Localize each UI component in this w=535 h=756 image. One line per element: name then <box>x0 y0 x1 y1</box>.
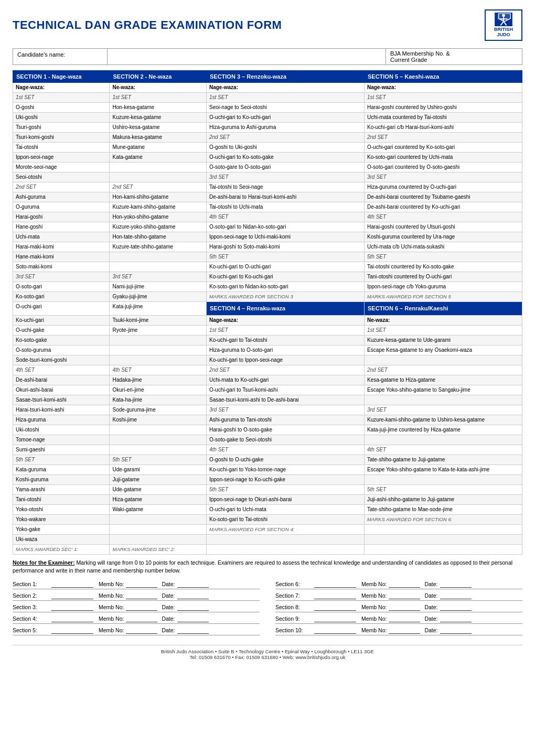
section-name-field[interactable] <box>51 615 93 622</box>
section-name-field[interactable] <box>51 581 93 588</box>
section-field-row: Section 2: Memb No: Date: <box>13 592 260 601</box>
section-date-field[interactable] <box>177 581 209 588</box>
section-date-field[interactable] <box>440 615 472 622</box>
table-cell: De-ashi-barai <box>13 375 110 385</box>
table-cell: Kuzure-kesa-gatame <box>110 113 206 123</box>
section-memb-field[interactable] <box>126 627 157 634</box>
table-row: Uchi-mataHon-tate-shiho-gatameIppon-seoi… <box>13 232 522 242</box>
table-cell: 2nd SET <box>206 133 364 143</box>
header: TECHNICAL DAN GRADE EXAMINATION FORM BRI… <box>13 9 522 41</box>
section-name-field[interactable] <box>51 592 93 599</box>
table-row: 5th SET5th SETO-goshi to O-uchi-gakeTate… <box>13 455 522 465</box>
table-cell: 3rd SET <box>13 272 110 282</box>
table-cell: Ko-uchi-gari to O-uchi-gari <box>206 262 364 272</box>
section-date-field[interactable] <box>440 581 472 588</box>
table-cell: Kuzure-kami-shiho-gatame <box>110 202 206 212</box>
section-date-field[interactable] <box>177 627 209 634</box>
section-date-label: Date: <box>424 581 437 587</box>
table-cell: 1st SET <box>13 93 110 103</box>
section-name-field[interactable] <box>51 627 93 634</box>
table-cell: Harai-goshi to O-soto-gake <box>206 425 364 435</box>
section-name-field[interactable] <box>314 592 356 599</box>
svg-point-3 <box>502 14 505 17</box>
table-cell: Juji-gatame <box>110 475 206 485</box>
table-cell: 2nd SET <box>206 365 364 375</box>
table-cell: Ko-soto-gari to Tai-otoshi <box>206 515 364 525</box>
table-cell: Ippon-seoi-nage c/b Yoko-guruma <box>364 282 522 292</box>
section-memb-field[interactable] <box>389 592 420 599</box>
section-date-field[interactable] <box>177 615 209 622</box>
section-date-field[interactable] <box>177 592 209 599</box>
section-date-field[interactable] <box>440 627 472 634</box>
table-cell: Nage-waza: <box>13 83 110 93</box>
section-memb-label: Memb No: <box>99 581 124 587</box>
section-memb-field[interactable] <box>126 604 157 611</box>
section-memb-field[interactable] <box>389 604 420 611</box>
section-date-label: Date: <box>424 615 437 622</box>
table-cell: Nage-waza: <box>206 316 364 326</box>
table-cell: Seoi-nage to Seoi-otoshi <box>206 103 364 113</box>
table-cell: Ippon-seoi-nage to Ko-uchi-gake <box>206 475 364 485</box>
table-cell: Harai-goshi countered by Utsuri-goshi <box>364 222 522 232</box>
table-cell: MARKS AWARDED FOR SECTION 5 <box>364 292 522 302</box>
section-field-row: Section 1: Memb No: Date: <box>13 581 260 589</box>
table-cell <box>206 535 364 545</box>
section-label: Section 10: <box>275 627 312 633</box>
section-field-row: Section 10: Memb No: Date: <box>275 627 522 635</box>
table-row: Harai-goshiHon-yoko-shiho-gatame4th SET4… <box>13 212 522 222</box>
table-cell: Hon-kami-shiho-gatame <box>110 192 206 202</box>
table-cell: Sode-guruma-jime <box>110 405 206 415</box>
table-cell: Kata-ha-jime <box>110 395 206 405</box>
section-name-field[interactable] <box>314 581 356 588</box>
section-memb-field[interactable] <box>126 615 157 622</box>
table-cell: Hane-goshi <box>13 222 110 232</box>
table-row: Ippon-seoi-nageKata-gatameO-uchi-gari to… <box>13 153 522 163</box>
section-memb-field[interactable] <box>389 581 420 588</box>
table-row: De-ashi-baraiHadaka-jimeUchi-mata to Ko-… <box>13 375 522 385</box>
section-label: Section 5: <box>13 627 49 633</box>
table-cell: Tate-shiho-gatame to Mae-sode-jime <box>364 505 522 515</box>
table-cell <box>110 345 206 355</box>
section-name-field[interactable] <box>51 604 93 611</box>
table-cell: Ko-soto-gake <box>13 336 110 345</box>
table-row: Ko-uchi-gariTsuki-komi-jimeNage-waza:Ne-… <box>13 316 522 326</box>
table-cell <box>364 435 522 445</box>
candidate-name-field[interactable] <box>108 49 386 64</box>
table-row: Uki-otoshiHarai-goshi to O-soto-gakeKata… <box>13 425 522 435</box>
table-cell: Ushiro-kesa-gatame <box>110 123 206 133</box>
table-cell <box>110 336 206 345</box>
table-row: Uki-goshiKuzure-kesa-gatameO-uchi-gari t… <box>13 113 522 123</box>
table-cell: Koshi-guruma <box>13 475 110 485</box>
main-table: SECTION 1 - Nage-waza SECTION 2 - Ne-waz… <box>13 70 522 555</box>
section-memb-field[interactable] <box>126 592 157 599</box>
british-judo-logo-icon <box>494 13 513 26</box>
table-cell: Juji-ashi-shiho-gatame to Juji-gatame <box>364 495 522 505</box>
table-row: 3rd SET3rd SETKo-uchi-gari to Ko-uchi-ga… <box>13 272 522 282</box>
table-cell: Sasae-tsuri-komi-ashi <box>13 395 110 405</box>
table-cell: Tate-shiho-gatame to Juji-gatame <box>364 455 522 465</box>
section-date-field[interactable] <box>440 604 472 611</box>
section-memb-field[interactable] <box>126 581 157 588</box>
section-name-field[interactable] <box>314 604 356 611</box>
table-cell: Waki-gatame <box>110 505 206 515</box>
table-cell <box>364 355 522 365</box>
table-cell: MARKS AWARDED SEC' 2: <box>110 545 206 555</box>
section-date-label: Date: <box>162 581 175 587</box>
section-date-field[interactable] <box>177 604 209 611</box>
table-row: O-goshiHon-kesa-gatameSeoi-nage to Seoi-… <box>13 103 522 113</box>
table-row: Tai-otoshiMune-gatameO-goshi to Uki-gosh… <box>13 143 522 153</box>
table-cell: Harai-tsuri-komi-ashi <box>13 405 110 415</box>
section-date-field[interactable] <box>440 592 472 599</box>
section-date-label: Date: <box>162 627 175 633</box>
section-name-field[interactable] <box>314 627 356 634</box>
section-memb-label: Memb No: <box>361 592 387 599</box>
page-title: TECHNICAL DAN GRADE EXAMINATION FORM <box>13 18 282 32</box>
table-cell: 3rd SET <box>364 405 522 415</box>
table-cell: Tomoe-nage <box>13 435 110 445</box>
logo-box: BRITISH JUDO <box>485 9 522 41</box>
section-name-field[interactable] <box>314 615 356 622</box>
section-memb-field[interactable] <box>389 615 420 622</box>
table-cell: 2nd SET <box>364 365 522 375</box>
section-memb-field[interactable] <box>389 627 420 634</box>
table-cell: O-uchi-gari to Ko-uchi-gari <box>206 113 364 123</box>
